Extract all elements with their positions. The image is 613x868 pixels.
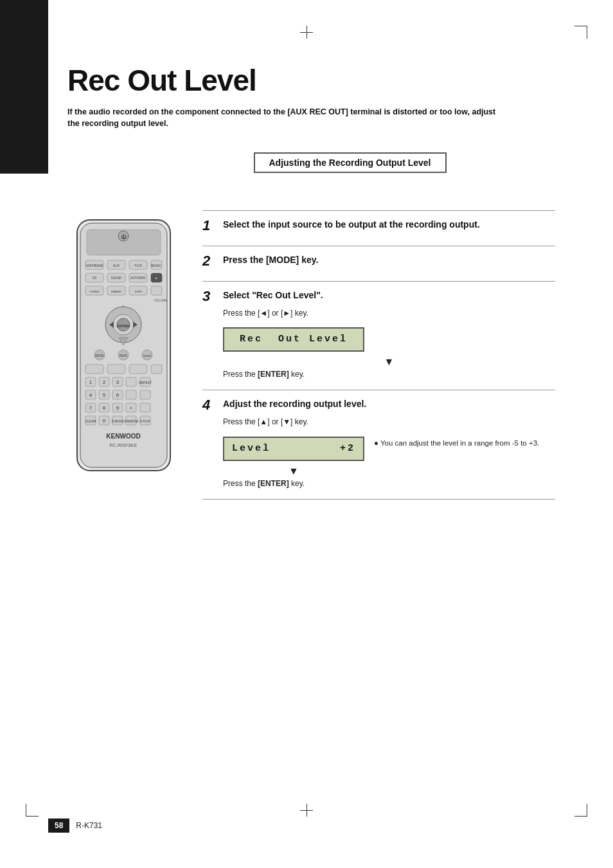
page-title: Rec Out Level bbox=[67, 64, 555, 97]
step-2-title: Press the [MODE] key. bbox=[223, 254, 318, 266]
svg-text:⏻: ⏻ bbox=[121, 234, 127, 240]
step-4-note: ● You can adjust the level in a range fr… bbox=[374, 438, 539, 449]
steps-area: ⏻ UNIT/BAND AUX TV R MUSIC CD SOUND AUTO… bbox=[67, 210, 555, 500]
step-1-header: 1 Select the input source to be output a… bbox=[202, 219, 555, 233]
page-number: 58 bbox=[48, 818, 69, 833]
svg-rect-50 bbox=[126, 377, 136, 386]
step-3-header: 3 Select "Rec Out Level". bbox=[202, 289, 555, 303]
step-4-instruction: Press the [▲] or [▼] key. bbox=[223, 416, 555, 428]
step-4-header: 4 Adjust the recording output level. bbox=[202, 398, 555, 412]
svg-text:TV R: TV R bbox=[134, 264, 142, 267]
step-3-arrow: ▼ bbox=[223, 357, 555, 367]
remote-container: ⏻ UNIT/BAND AUX TV R MUSIC CD SOUND AUTO… bbox=[67, 217, 190, 500]
svg-text:MUSIC: MUSIC bbox=[151, 264, 162, 267]
step-3-body: Press the [◄] or [►] key. Rec Out Level … bbox=[202, 307, 555, 381]
step-2: 2 Press the [MODE] key. bbox=[202, 246, 555, 281]
page-subtitle: If the audio recorded on the component c… bbox=[67, 106, 504, 131]
step-4-body: Press the [▲] or [▼] key. Level +2 ▼ Pre… bbox=[202, 416, 555, 489]
svg-text:MODE: MODE bbox=[95, 354, 104, 357]
lcd-level-value: +2 bbox=[340, 441, 355, 457]
svg-text:UNIT/BAND: UNIT/BAND bbox=[86, 264, 103, 267]
step-4: 4 Adjust the recording output level. Pre… bbox=[202, 390, 555, 499]
section-header: Adjusting the Recording Output Level bbox=[254, 152, 447, 173]
svg-text:D.BASS: D.BASS bbox=[112, 419, 124, 423]
svg-text:DIMMER: DIMMER bbox=[111, 290, 121, 293]
steps-column: 1 Select the input source to be output a… bbox=[202, 210, 555, 500]
step-4-left: Level +2 ▼ Press the [ENTER] key. bbox=[223, 433, 364, 490]
svg-text:SOUND: SOUND bbox=[111, 276, 122, 280]
corner-mark-bl bbox=[26, 804, 39, 817]
svg-rect-1 bbox=[80, 223, 167, 467]
page-model: R-K731 bbox=[76, 821, 102, 830]
svg-text:SLEEP: SLEEP bbox=[143, 354, 152, 357]
svg-text:0: 0 bbox=[103, 418, 106, 424]
step-3-title: Select "Rec Out Level". bbox=[223, 289, 323, 301]
step-3-instruction: Press the [◄] or [►] key. bbox=[223, 307, 555, 320]
svg-rect-63 bbox=[140, 390, 150, 399]
svg-text:SURR: SURR bbox=[134, 290, 141, 293]
step-2-number: 2 bbox=[202, 254, 217, 268]
svg-text:TUNING: TUNING bbox=[89, 290, 99, 293]
svg-text:6: 6 bbox=[116, 392, 120, 398]
svg-text:4: 4 bbox=[89, 392, 93, 398]
svg-rect-24 bbox=[151, 286, 162, 295]
lcd-level-label: Level bbox=[232, 441, 271, 457]
svg-text:CD: CD bbox=[93, 276, 97, 280]
crosshair-bottom bbox=[300, 804, 313, 817]
main-content: Rec Out Level If the audio recorded on t… bbox=[48, 64, 574, 500]
step-4-content: Level +2 ▼ Press the [ENTER] key. ● You … bbox=[223, 433, 555, 490]
svg-rect-45 bbox=[129, 365, 147, 374]
step-1-number: 1 bbox=[202, 219, 217, 233]
svg-rect-43 bbox=[85, 365, 103, 374]
remote-svg: ⏻ UNIT/BAND AUX TV R MUSIC CD SOUND AUTO… bbox=[67, 217, 180, 487]
black-sidebar bbox=[0, 0, 48, 174]
svg-text:VOLUME: VOLUME bbox=[154, 298, 168, 302]
step-4-arrow: ▼ bbox=[223, 466, 364, 476]
page-footer: 58 R-K731 bbox=[0, 818, 613, 833]
svg-text:CLEAR: CLEAR bbox=[85, 419, 96, 423]
svg-text:×: × bbox=[130, 406, 132, 410]
step-1: 1 Select the input source to be output a… bbox=[202, 210, 555, 246]
step-3-number: 3 bbox=[202, 289, 217, 303]
step-4-lcd: Level +2 bbox=[223, 437, 364, 461]
svg-text:RANDOM: RANDOM bbox=[124, 419, 138, 423]
svg-text:REPEAT: REPEAT bbox=[139, 381, 152, 384]
svg-text:8: 8 bbox=[103, 405, 106, 411]
svg-text:AUX: AUX bbox=[113, 264, 120, 267]
step-4-number: 4 bbox=[202, 398, 217, 412]
corner-mark-tr bbox=[574, 26, 587, 39]
step-4-title: Adjust the recording output level. bbox=[223, 398, 366, 410]
step-4-enter: Press the [ENTER] key. bbox=[223, 478, 364, 490]
crosshair-top bbox=[300, 26, 313, 39]
svg-rect-72 bbox=[140, 403, 150, 412]
svg-rect-44 bbox=[107, 365, 125, 374]
svg-text:5: 5 bbox=[103, 392, 106, 398]
svg-text:D-PLAY: D-PLAY bbox=[140, 420, 150, 423]
step-2-header: 2 Press the [MODE] key. bbox=[202, 254, 555, 268]
svg-text:KENWOOD: KENWOOD bbox=[106, 433, 140, 440]
svg-text:ENTER: ENTER bbox=[117, 324, 130, 328]
corner-mark-br bbox=[574, 804, 587, 817]
step-3-lcd: Rec Out Level bbox=[223, 327, 364, 352]
svg-text:9: 9 bbox=[116, 405, 120, 411]
svg-rect-46 bbox=[151, 365, 162, 374]
svg-text:1: 1 bbox=[89, 379, 93, 385]
step-3: 3 Select "Rec Out Level". Press the [◄] … bbox=[202, 281, 555, 390]
step-3-enter: Press the [ENTER] key. bbox=[223, 368, 555, 381]
svg-text:RC-R0978KE: RC-R0978KE bbox=[110, 443, 138, 448]
svg-text:7: 7 bbox=[89, 405, 93, 411]
svg-rect-59 bbox=[126, 390, 136, 399]
svg-text:2: 2 bbox=[103, 379, 106, 385]
svg-text:AUTO/DRC: AUTO/DRC bbox=[130, 276, 146, 280]
svg-text:BASS: BASS bbox=[120, 354, 127, 357]
svg-text:3: 3 bbox=[116, 379, 120, 385]
svg-text:●: ● bbox=[155, 276, 157, 280]
step-1-title: Select the input source to be output at … bbox=[223, 219, 480, 230]
